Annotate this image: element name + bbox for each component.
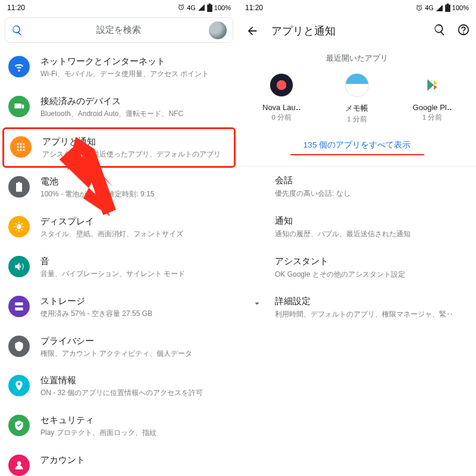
item-sub: ON - 32 個のアプリに位置情報へのアクセスを許可 [40, 388, 230, 398]
apps-icon [10, 136, 32, 158]
svg-rect-0 [15, 104, 22, 108]
row-notifications[interactable]: 通知 通知の履歴、バブル、最近送信された通知 [238, 207, 476, 248]
wifi-icon [8, 56, 30, 77]
setting-privacy[interactable]: プライバシー権限、アカウント アクティビティ、個人データ [0, 327, 238, 367]
app-name: Nova Lau‥ [262, 103, 301, 112]
app-time: 1 分前 [422, 113, 443, 122]
svg-point-6 [20, 146, 21, 148]
search-bar[interactable]: 設定を検索 [5, 17, 233, 43]
app-name: メモ帳 [345, 103, 368, 114]
item-title: アプリと通知 [42, 136, 228, 148]
setting-sound[interactable]: 音音量、バイブレーション、サイレント モード [0, 248, 238, 287]
account-avatar[interactable] [209, 21, 227, 39]
back-button[interactable] [244, 23, 261, 39]
devices-icon [8, 96, 30, 117]
svg-rect-12 [15, 302, 23, 305]
row-advanced[interactable]: 詳細設定 利用時間、デフォルトのアプリ、権限マネージャ、緊‥ [238, 287, 476, 328]
location-icon [8, 375, 30, 396]
item-title: セキュリティ [40, 415, 230, 426]
setting-security[interactable]: セキュリティPlay プロテクト、画面ロック、指紋 [0, 406, 238, 446]
app-name: Google Pl‥ [413, 103, 452, 112]
recent-app-memo[interactable]: メモ帳 1 分前 [324, 73, 390, 124]
chevron-down-icon [250, 298, 264, 309]
setting-connected-devices[interactable]: 接続済みのデバイスBluetooth、Android Auto、運転モード、NF… [0, 87, 238, 127]
svg-point-2 [17, 143, 18, 145]
signal-icon [436, 4, 443, 12]
app-time: 1 分前 [347, 115, 367, 124]
signal-icon [198, 4, 205, 11]
item-sub: 権限、アカウント アクティビティ、個人データ [40, 349, 230, 359]
net-label: 4G [187, 4, 196, 11]
recent-app-nova[interactable]: Nova Lau‥ 0 分前 [249, 73, 314, 124]
battery-pct: 100% [452, 4, 469, 11]
account-icon [8, 455, 30, 476]
item-title: ディスプレイ [40, 216, 230, 227]
row-conversations[interactable]: 会話 優先度の高い会話: なし [238, 167, 476, 207]
status-time: 11:20 [245, 4, 263, 12]
recent-app-play[interactable]: Google Pl‥ 1 分前 [400, 73, 465, 124]
alarm-icon [177, 4, 185, 11]
svg-point-14 [17, 461, 21, 465]
highlight-box: アプリと通知アシスタント、最近使ったアプリ、デフォルトのアプリ [2, 127, 236, 168]
svg-point-9 [20, 149, 21, 151]
setting-account[interactable]: アカウント [0, 446, 238, 476]
item-sub: Wi-Fi、モバイル、データ使用量、アクセス ポイント [40, 69, 230, 79]
item-sub: 使用済み 57% - 空き容量 27.55 GB [40, 309, 230, 319]
row-sub: 優先度の高い会話: なし [275, 189, 465, 199]
memo-app-icon [345, 73, 369, 97]
setting-network[interactable]: ネットワークとインターネットWi-Fi、モバイル、データ使用量、アクセス ポイン… [0, 48, 238, 87]
status-right: 4G 100% [177, 4, 231, 12]
right-screen: 11:20 4G 100% アプリと通知 最近開いたアプリ Nova Lau‥ … [238, 0, 476, 476]
row-title: アシスタント [275, 256, 465, 267]
battery-icon [8, 176, 30, 198]
setting-display[interactable]: ディスプレイスタイル、壁紙、画面消灯、フォントサイズ [0, 208, 238, 248]
page-title: アプリと通知 [271, 24, 422, 38]
storage-icon [8, 296, 30, 317]
row-title: 詳細設定 [275, 296, 465, 307]
status-bar: 11:20 4G 100% [0, 0, 238, 15]
item-sub: Bluetooth、Android Auto、運転モード、NFC [40, 109, 230, 119]
item-title: ストレージ [40, 296, 230, 307]
item-title: 位置情報 [40, 375, 230, 386]
left-screen: 11:20 4G 100% 設定を検索 ネットワークとインターネットWi-Fi、… [0, 0, 238, 476]
annotation-underline [290, 154, 424, 155]
recent-apps-row: Nova Lau‥ 0 分前 メモ帳 1 分前 Google Pl‥ 1 分前 [238, 73, 476, 127]
svg-point-10 [23, 149, 24, 151]
net-label: 4G [425, 4, 434, 11]
setting-storage[interactable]: ストレージ使用済み 57% - 空き容量 27.55 GB [0, 287, 238, 327]
setting-location[interactable]: 位置情報ON - 32 個のアプリに位置情報へのアクセスを許可 [0, 367, 238, 406]
show-all-link: 135 個のアプリをすべて表示 [303, 140, 411, 151]
help-button[interactable] [457, 23, 470, 39]
item-title: 接続済みのデバイス [40, 96, 230, 107]
search-icon [11, 24, 23, 36]
row-sub: OK Google とその他のアシスタント設定 [275, 270, 465, 280]
battery-icon [207, 4, 212, 12]
setting-battery[interactable]: 電池100% - 電池が切れる推定時刻: 9:15 [0, 168, 238, 208]
svg-point-5 [17, 146, 18, 148]
row-title: 会話 [275, 175, 465, 186]
status-time: 11:20 [7, 4, 25, 12]
status-right: 4G 100% [415, 4, 469, 12]
item-title: プライバシー [40, 336, 230, 347]
row-sub: 利用時間、デフォルトのアプリ、権限マネージャ、緊‥ [275, 309, 465, 320]
app-time: 0 分前 [272, 113, 292, 122]
privacy-icon [8, 336, 30, 357]
svg-rect-13 [15, 307, 23, 310]
alarm-icon [415, 4, 423, 12]
setting-apps-notifications[interactable]: アプリと通知アシスタント、最近使ったアプリ、デフォルトのアプリ [4, 129, 234, 167]
item-title: 音 [40, 256, 230, 267]
search-placeholder: 設定を検索 [28, 24, 209, 36]
arrow-back-icon [246, 24, 259, 37]
show-all-apps[interactable]: 135 個のアプリをすべて表示 [238, 127, 476, 159]
search-icon [433, 23, 446, 36]
item-sub: 100% - 電池が切れる推定時刻: 9:15 [40, 189, 230, 199]
svg-point-11 [17, 224, 21, 229]
search-button[interactable] [433, 23, 446, 39]
svg-point-7 [23, 146, 24, 148]
row-title: 通知 [275, 215, 465, 227]
row-assistant[interactable]: アシスタント OK Google とその他のアシスタント設定 [238, 248, 476, 288]
help-icon [457, 23, 470, 36]
svg-rect-1 [22, 104, 24, 108]
svg-point-3 [20, 143, 21, 145]
google-play-icon [421, 73, 444, 97]
